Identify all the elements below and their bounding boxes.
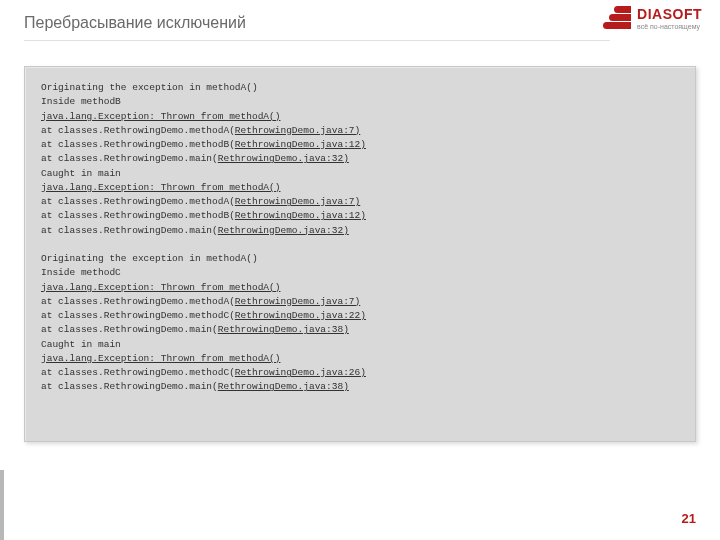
logo-tagline: всё по-настоящему bbox=[637, 23, 702, 30]
page-number: 21 bbox=[682, 511, 696, 526]
code-line: at classes.RethrowingDemo.methodA(Rethro… bbox=[41, 295, 679, 309]
code-output: Originating the exception in methodA()In… bbox=[24, 66, 696, 442]
code-line: Caught in main bbox=[41, 338, 679, 352]
code-line: Originating the exception in methodA() bbox=[41, 252, 679, 266]
code-line: java.lang.Exception: Thrown from methodA… bbox=[41, 352, 679, 366]
code-line: Inside methodC bbox=[41, 266, 679, 280]
code-line: at classes.RethrowingDemo.main(Rethrowin… bbox=[41, 152, 679, 166]
brand-logo: DIASOFT всё по-настоящему bbox=[603, 6, 702, 30]
slide-title: Перебрасывание исключений bbox=[24, 14, 696, 32]
code-line: at classes.RethrowingDemo.methodB(Rethro… bbox=[41, 138, 679, 152]
code-line: at classes.RethrowingDemo.methodB(Rethro… bbox=[41, 209, 679, 223]
logo-icon bbox=[603, 6, 631, 30]
code-line: at classes.RethrowingDemo.methodC(Rethro… bbox=[41, 309, 679, 323]
code-line: Caught in main bbox=[41, 167, 679, 181]
code-line: at classes.RethrowingDemo.methodA(Rethro… bbox=[41, 124, 679, 138]
code-line: java.lang.Exception: Thrown from methodA… bbox=[41, 281, 679, 295]
code-line: Inside methodB bbox=[41, 95, 679, 109]
header-rule bbox=[24, 40, 610, 41]
code-line: Originating the exception in methodA() bbox=[41, 81, 679, 95]
code-line: at classes.RethrowingDemo.main(Rethrowin… bbox=[41, 224, 679, 238]
code-line: at classes.RethrowingDemo.methodC(Rethro… bbox=[41, 366, 679, 380]
code-line: at classes.RethrowingDemo.main(Rethrowin… bbox=[41, 380, 679, 394]
logo-name: DIASOFT bbox=[637, 7, 702, 21]
code-line: java.lang.Exception: Thrown from methodA… bbox=[41, 181, 679, 195]
code-line: at classes.RethrowingDemo.main(Rethrowin… bbox=[41, 323, 679, 337]
code-line: java.lang.Exception: Thrown from methodA… bbox=[41, 110, 679, 124]
code-line: at classes.RethrowingDemo.methodA(Rethro… bbox=[41, 195, 679, 209]
decorative-edge bbox=[0, 470, 4, 540]
code-line bbox=[41, 238, 679, 252]
